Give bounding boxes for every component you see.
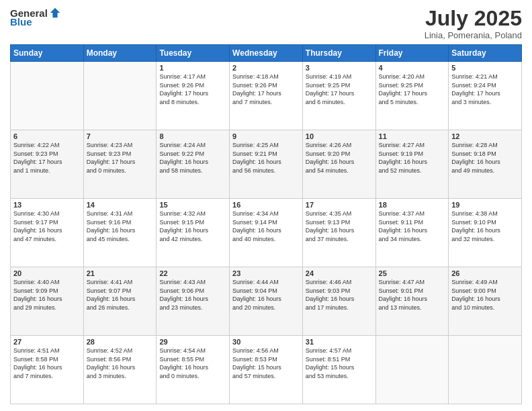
day-info: Sunrise: 4:57 AM Sunset: 8:51 PM Dayligh… (306, 347, 373, 380)
day-info: Sunrise: 4:41 AM Sunset: 9:07 PM Dayligh… (87, 278, 154, 312)
day-number: 21 (87, 269, 154, 277)
calendar-cell: 21Sunrise: 4:41 AM Sunset: 9:07 PM Dayli… (83, 267, 157, 336)
calendar-cell: 22Sunrise: 4:43 AM Sunset: 9:06 PM Dayli… (157, 267, 230, 336)
calendar-cell: 26Sunrise: 4:49 AM Sunset: 9:00 PM Dayli… (449, 267, 522, 336)
day-info: Sunrise: 4:27 AM Sunset: 9:19 PM Dayligh… (379, 141, 446, 175)
day-info: Sunrise: 4:24 AM Sunset: 9:22 PM Dayligh… (159, 141, 226, 175)
calendar-cell: 3Sunrise: 4:19 AM Sunset: 9:25 PM Daylig… (302, 62, 375, 130)
logo-blue-text: Blue (10, 16, 32, 28)
day-number: 15 (159, 201, 226, 209)
calendar-cell: 15Sunrise: 4:32 AM Sunset: 9:15 PM Dayli… (157, 199, 230, 267)
day-number: 16 (232, 201, 300, 209)
day-number: 25 (379, 269, 446, 277)
day-info: Sunrise: 4:20 AM Sunset: 9:25 PM Dayligh… (379, 73, 446, 106)
calendar-cell (375, 336, 449, 404)
calendar-cell: 30Sunrise: 4:56 AM Sunset: 8:53 PM Dayli… (230, 336, 303, 404)
day-info: Sunrise: 4:43 AM Sunset: 9:06 PM Dayligh… (159, 278, 226, 312)
day-number: 18 (379, 201, 446, 209)
day-info: Sunrise: 4:18 AM Sunset: 9:26 PM Dayligh… (232, 73, 300, 106)
day-info: Sunrise: 4:54 AM Sunset: 8:55 PM Dayligh… (159, 347, 226, 380)
calendar-table: SundayMondayTuesdayWednesdayThursdayFrid… (10, 44, 522, 404)
calendar-cell: 13Sunrise: 4:30 AM Sunset: 9:17 PM Dayli… (11, 199, 84, 267)
calendar-cell: 8Sunrise: 4:24 AM Sunset: 9:22 PM Daylig… (157, 130, 230, 199)
calendar-cell: 17Sunrise: 4:35 AM Sunset: 9:13 PM Dayli… (302, 199, 375, 267)
day-number: 5 (451, 64, 519, 72)
day-number: 29 (159, 338, 226, 346)
logo-icon (49, 7, 61, 19)
day-number: 22 (159, 269, 226, 277)
calendar-week-1: 1Sunrise: 4:17 AM Sunset: 9:26 PM Daylig… (11, 62, 522, 130)
day-info: Sunrise: 4:28 AM Sunset: 9:18 PM Dayligh… (451, 141, 519, 175)
day-number: 10 (306, 132, 373, 140)
day-info: Sunrise: 4:46 AM Sunset: 9:03 PM Dayligh… (306, 278, 373, 312)
calendar-cell: 9Sunrise: 4:25 AM Sunset: 9:21 PM Daylig… (230, 130, 303, 199)
day-number: 20 (13, 269, 81, 277)
day-number: 27 (13, 338, 81, 346)
day-info: Sunrise: 4:17 AM Sunset: 9:26 PM Dayligh… (159, 73, 226, 106)
calendar-cell (83, 62, 157, 130)
day-info: Sunrise: 4:25 AM Sunset: 9:21 PM Dayligh… (232, 141, 300, 175)
day-number: 28 (87, 338, 154, 346)
calendar-header-saturday: Saturday (449, 45, 522, 62)
calendar-cell: 23Sunrise: 4:44 AM Sunset: 9:04 PM Dayli… (230, 267, 303, 336)
calendar-cell: 2Sunrise: 4:18 AM Sunset: 9:26 PM Daylig… (230, 62, 303, 130)
calendar-cell: 25Sunrise: 4:47 AM Sunset: 9:01 PM Dayli… (375, 267, 449, 336)
calendar-header-friday: Friday (375, 45, 449, 62)
day-info: Sunrise: 4:23 AM Sunset: 9:23 PM Dayligh… (87, 141, 154, 175)
day-number: 6 (13, 132, 81, 140)
calendar-header-sunday: Sunday (11, 45, 84, 62)
calendar-week-2: 6Sunrise: 4:22 AM Sunset: 9:23 PM Daylig… (11, 130, 522, 199)
day-info: Sunrise: 4:31 AM Sunset: 9:16 PM Dayligh… (87, 210, 154, 243)
calendar-header-monday: Monday (83, 45, 157, 62)
calendar-header-row: SundayMondayTuesdayWednesdayThursdayFrid… (11, 45, 522, 62)
day-info: Sunrise: 4:52 AM Sunset: 8:56 PM Dayligh… (87, 347, 154, 380)
calendar-cell: 12Sunrise: 4:28 AM Sunset: 9:18 PM Dayli… (449, 130, 522, 199)
calendar-cell: 24Sunrise: 4:46 AM Sunset: 9:03 PM Dayli… (302, 267, 375, 336)
calendar-header-thursday: Thursday (302, 45, 375, 62)
day-info: Sunrise: 4:44 AM Sunset: 9:04 PM Dayligh… (232, 278, 300, 312)
calendar-header-wednesday: Wednesday (230, 45, 303, 62)
day-number: 9 (232, 132, 300, 140)
calendar-cell: 28Sunrise: 4:52 AM Sunset: 8:56 PM Dayli… (83, 336, 157, 404)
calendar-cell: 27Sunrise: 4:51 AM Sunset: 8:58 PM Dayli… (11, 336, 84, 404)
calendar-cell: 6Sunrise: 4:22 AM Sunset: 9:23 PM Daylig… (11, 130, 84, 199)
calendar-cell: 31Sunrise: 4:57 AM Sunset: 8:51 PM Dayli… (302, 336, 375, 404)
calendar-cell: 19Sunrise: 4:38 AM Sunset: 9:10 PM Dayli… (449, 199, 522, 267)
header: General Blue July 2025 Linia, Pomerania,… (10, 7, 522, 40)
calendar-week-3: 13Sunrise: 4:30 AM Sunset: 9:17 PM Dayli… (11, 199, 522, 267)
day-info: Sunrise: 4:51 AM Sunset: 8:58 PM Dayligh… (13, 347, 81, 380)
calendar-cell: 4Sunrise: 4:20 AM Sunset: 9:25 PM Daylig… (375, 62, 449, 130)
day-number: 2 (232, 64, 300, 72)
day-number: 14 (87, 201, 154, 209)
day-number: 31 (306, 338, 373, 346)
day-info: Sunrise: 4:38 AM Sunset: 9:10 PM Dayligh… (451, 210, 519, 243)
main-title: July 2025 (425, 7, 522, 30)
day-info: Sunrise: 4:19 AM Sunset: 9:25 PM Dayligh… (306, 73, 373, 106)
title-block: July 2025 Linia, Pomerania, Poland (425, 7, 522, 40)
day-number: 26 (451, 269, 519, 277)
day-number: 13 (13, 201, 81, 209)
day-info: Sunrise: 4:49 AM Sunset: 9:00 PM Dayligh… (451, 278, 519, 312)
day-number: 23 (232, 269, 300, 277)
day-number: 19 (451, 201, 519, 209)
calendar-cell: 14Sunrise: 4:31 AM Sunset: 9:16 PM Dayli… (83, 199, 157, 267)
day-info: Sunrise: 4:34 AM Sunset: 9:14 PM Dayligh… (232, 210, 300, 243)
day-info: Sunrise: 4:32 AM Sunset: 9:15 PM Dayligh… (159, 210, 226, 243)
svg-marker-0 (50, 8, 60, 17)
calendar-cell: 16Sunrise: 4:34 AM Sunset: 9:14 PM Dayli… (230, 199, 303, 267)
day-number: 17 (306, 201, 373, 209)
calendar-cell: 11Sunrise: 4:27 AM Sunset: 9:19 PM Dayli… (375, 130, 449, 199)
calendar-cell: 18Sunrise: 4:37 AM Sunset: 9:11 PM Dayli… (375, 199, 449, 267)
calendar-header-tuesday: Tuesday (157, 45, 230, 62)
day-number: 3 (306, 64, 373, 72)
calendar-cell: 10Sunrise: 4:26 AM Sunset: 9:20 PM Dayli… (302, 130, 375, 199)
day-number: 30 (232, 338, 300, 346)
subtitle: Linia, Pomerania, Poland (425, 30, 522, 40)
day-info: Sunrise: 4:40 AM Sunset: 9:09 PM Dayligh… (13, 278, 81, 312)
logo: General Blue (10, 7, 61, 28)
calendar-cell: 7Sunrise: 4:23 AM Sunset: 9:23 PM Daylig… (83, 130, 157, 199)
day-info: Sunrise: 4:26 AM Sunset: 9:20 PM Dayligh… (306, 141, 373, 175)
day-info: Sunrise: 4:37 AM Sunset: 9:11 PM Dayligh… (379, 210, 446, 243)
day-number: 4 (379, 64, 446, 72)
calendar-cell: 1Sunrise: 4:17 AM Sunset: 9:26 PM Daylig… (157, 62, 230, 130)
